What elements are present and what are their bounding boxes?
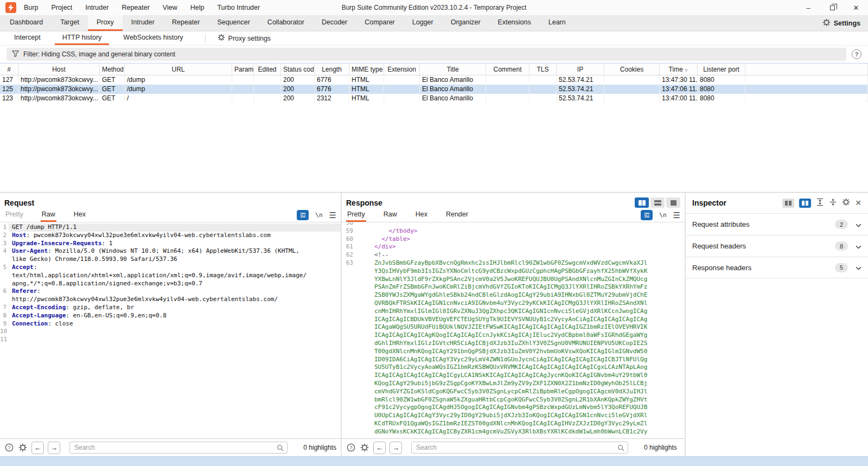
column-header-extension[interactable]: Extension — [384, 63, 420, 75]
close-icon[interactable]: ✕ — [855, 199, 861, 207]
newline-toggle-icon[interactable]: \n — [315, 212, 322, 219]
proxy-settings-button[interactable]: Proxy settings — [213, 31, 276, 45]
tab-learn[interactable]: Learn — [540, 15, 575, 31]
menu-help[interactable]: Help — [190, 4, 205, 11]
layout-rows-button[interactable] — [650, 197, 665, 208]
settings-button[interactable]: Settings — [815, 15, 868, 31]
line-content: KCdTRUxFQ1QgaWQsIGZ1bmRzIEZST00gdXNlcnMn… — [356, 420, 685, 428]
response-tab-pretty[interactable]: Pretty — [346, 208, 366, 222]
column-header-ip[interactable]: IP — [557, 63, 604, 75]
menu-icon[interactable]: ☰ — [329, 211, 336, 219]
menu-burp[interactable]: Burp — [24, 4, 38, 11]
menu-icon[interactable]: ☰ — [673, 211, 680, 219]
tab-target[interactable]: Target — [52, 15, 88, 31]
prev-match-button[interactable]: ← — [373, 442, 386, 454]
collapse-all-icon[interactable] — [829, 198, 837, 208]
search-input[interactable] — [69, 442, 288, 454]
tab-proxy[interactable]: Proxy — [88, 15, 123, 31]
table-row[interactable]: 125http://pwcomk873okcwvy...GET/dump2006… — [0, 85, 868, 94]
tab-collaborator[interactable]: Collaborator — [259, 15, 313, 31]
pretty-print-icon[interactable] — [297, 210, 309, 220]
menu-view[interactable]: View — [163, 4, 177, 11]
tab-repeater[interactable]: Repeater — [163, 15, 208, 31]
tab-dashboard[interactable]: Dashboard — [1, 15, 52, 31]
response-tab-hex[interactable]: Hex — [414, 208, 429, 222]
filter-bar[interactable]: Filter: Hiding CSS, image and general bi… — [7, 48, 846, 61]
sub-tab-intercept[interactable]: Intercept — [7, 31, 48, 45]
sub-tab-http-history[interactable]: HTTP history — [55, 31, 110, 45]
next-match-button[interactable]: → — [48, 442, 60, 454]
gear-icon[interactable] — [842, 198, 850, 208]
cell — [254, 75, 281, 85]
response-editor[interactable]: 5859 </tbody>60 </table>61</div>62<!--63… — [342, 222, 685, 438]
inspector-section-request-headers[interactable]: Request headers8 — [686, 235, 868, 257]
newline-toggle-icon[interactable]: \n — [659, 212, 666, 219]
column-header-edited[interactable]: Edited — [254, 63, 281, 75]
next-match-button[interactable]: → — [390, 442, 402, 454]
help-icon[interactable]: ? — [852, 49, 861, 59]
code-token: Connection — [12, 320, 48, 327]
column-header-params[interactable]: Params — [232, 63, 254, 75]
code-token: http://pwcomk873okcwvy04xwl32pue3e6mlxvk… — [12, 296, 278, 303]
inspector-dock-left-button[interactable] — [782, 199, 794, 208]
inspector-dock-right-button[interactable] — [799, 199, 811, 208]
column-header-comment[interactable]: Comment — [486, 63, 529, 75]
tab-intruder[interactable]: Intruder — [123, 15, 163, 31]
line-number — [342, 420, 356, 428]
column-header-url[interactable]: URL — [125, 63, 232, 75]
table-row[interactable]: 123http://pwcomk873okcwvy...GET/2002312H… — [0, 94, 868, 103]
close-button[interactable]: ✕ — [844, 0, 868, 15]
code-token: ICAgICAgICAgICAgKQogICAgICAgICcnJykKCiAg… — [374, 331, 647, 339]
inspector-section-response-headers[interactable]: Response headers5 — [686, 257, 868, 278]
tab-extensions[interactable]: Extensions — [489, 15, 540, 31]
restore-button[interactable] — [820, 0, 844, 15]
sub-tab-websockets-history[interactable]: WebSockets history — [116, 31, 190, 45]
table-row[interactable]: 127http://pwcomk873okcwvy...GET/dump2006… — [0, 75, 868, 85]
request-tab-hex[interactable]: Hex — [73, 208, 87, 222]
column-header-host[interactable]: Host — [18, 63, 100, 75]
menu-project[interactable]: Project — [51, 4, 72, 11]
column-header-status-code[interactable]: Status code — [281, 63, 315, 75]
column-header-listener-port[interactable]: Listener port — [698, 63, 745, 75]
pretty-print-icon[interactable] — [641, 210, 653, 220]
inspector-section-request-attributes[interactable]: Request attributes2 — [686, 213, 868, 235]
column-header-tls[interactable]: TLS — [529, 63, 557, 75]
help-icon[interactable]: ? — [4, 443, 14, 452]
request-footer: ? ← → 0 highlights — [0, 438, 341, 456]
prev-match-button[interactable]: ← — [31, 442, 44, 454]
column-header-num[interactable]: # — [0, 63, 18, 75]
tab-sequencer[interactable]: Sequencer — [208, 15, 258, 31]
code-line: 2Host: pwcomk873okcwvy04xwl32pue3e6mlxvk… — [0, 232, 341, 240]
help-icon[interactable]: ? — [346, 443, 356, 452]
request-tab-raw[interactable]: Raw — [41, 208, 56, 222]
menu-intruder[interactable]: Intruder — [85, 4, 108, 11]
request-tab-pretty[interactable]: Pretty — [4, 208, 24, 222]
gear-icon[interactable] — [360, 443, 369, 452]
menu-repeater[interactable]: Repeater — [122, 4, 149, 11]
column-header-title[interactable]: Title — [420, 63, 486, 75]
code-line: ICAgaWQgSU5URUdFUiBQUklNQVJZIEtFWSwKICAg… — [342, 323, 685, 331]
tab-organizer[interactable]: Organizer — [442, 15, 489, 31]
response-tab-raw[interactable]: Raw — [382, 208, 398, 222]
request-editor[interactable]: 1GET /dump HTTP/1.12Host: pwcomk873okcwv… — [0, 222, 341, 438]
code-line: ICAgICAgICAgICAgICAgICgyLCA1NSkKICAgICAg… — [342, 372, 685, 380]
column-header-length[interactable]: Length — [315, 63, 349, 75]
tab-comparer[interactable]: Comparer — [356, 15, 404, 31]
gear-icon[interactable] — [18, 443, 28, 452]
layout-columns-button[interactable] — [635, 197, 649, 208]
response-tab-render[interactable]: Render — [445, 208, 469, 222]
column-header-cookies[interactable]: Cookies — [604, 63, 660, 75]
tab-decoder[interactable]: Decoder — [313, 15, 356, 31]
expand-all-icon[interactable] — [816, 198, 824, 208]
line-content: Accept-Encoding: gzip, deflate, br — [9, 304, 341, 312]
line-content: Host: pwcomk873okcwvy04xwl32pue3e6mlxvkw… — [9, 232, 341, 240]
minimize-button[interactable]: – — [796, 0, 820, 15]
column-header-method[interactable]: Method — [100, 63, 125, 75]
search-input[interactable] — [411, 442, 628, 454]
code-line: dGNoYWxsKCkKICAgICAgICByZXR1cm4gcmVuZGVy… — [342, 428, 685, 436]
layout-single-button[interactable] — [666, 197, 680, 208]
column-header-time[interactable]: Time∨ — [660, 63, 698, 75]
column-header-mime-type[interactable]: MIME type — [349, 63, 384, 75]
menu-turbo-intruder[interactable]: Turbo Intruder — [217, 4, 260, 11]
tab-logger[interactable]: Logger — [404, 15, 442, 31]
